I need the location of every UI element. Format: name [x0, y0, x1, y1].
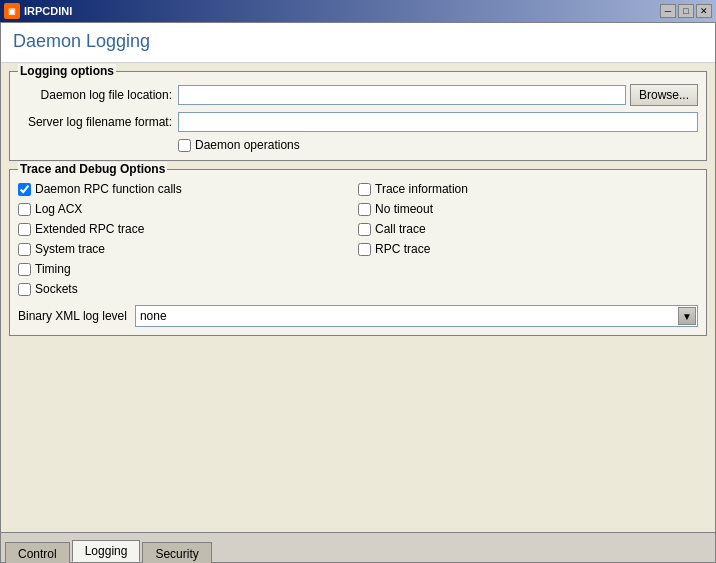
content-area: Logging options Daemon log file location…	[1, 63, 715, 532]
daemon-ops-checkbox[interactable]	[178, 139, 191, 152]
close-button[interactable]: ✕	[696, 4, 712, 18]
extended-rpc-label: Extended RPC trace	[35, 222, 144, 236]
rpc-trace-checkbox[interactable]	[358, 243, 371, 256]
timing-checkbox[interactable]	[18, 263, 31, 276]
tab-bar: Control Logging Security	[1, 532, 715, 562]
title-bar: ▣ IRPCDINI ─ □ ✕	[0, 0, 716, 22]
cb-row-timing: Timing	[18, 262, 358, 276]
daemon-log-input[interactable]	[178, 85, 626, 105]
cb-row-no-timeout: No timeout	[358, 202, 698, 216]
daemon-log-label: Daemon log file location:	[18, 88, 178, 102]
server-log-input[interactable]	[178, 112, 698, 132]
main-window: Daemon Logging Logging options Daemon lo…	[0, 22, 716, 563]
server-log-label: Server log filename format:	[18, 115, 178, 129]
cb-row-sockets: Sockets	[18, 282, 358, 296]
trace-debug-content: Daemon RPC function calls Log ACX Extend…	[18, 182, 698, 327]
daemon-rpc-label: Daemon RPC function calls	[35, 182, 182, 196]
no-timeout-label: No timeout	[375, 202, 433, 216]
trace-debug-title: Trace and Debug Options	[18, 162, 167, 176]
tab-security-label: Security	[155, 547, 198, 561]
title-bar-text: IRPCDINI	[24, 5, 656, 17]
cb-row-extended-rpc: Extended RPC trace	[18, 222, 358, 236]
binary-xml-select-wrapper: none low medium high ▼	[135, 305, 698, 327]
sockets-label: Sockets	[35, 282, 78, 296]
logging-options-group: Logging options Daemon log file location…	[9, 71, 707, 161]
system-trace-label: System trace	[35, 242, 105, 256]
call-trace-label: Call trace	[375, 222, 426, 236]
system-trace-checkbox[interactable]	[18, 243, 31, 256]
cb-row-log-acx: Log ACX	[18, 202, 358, 216]
minimize-button[interactable]: ─	[660, 4, 676, 18]
tab-security[interactable]: Security	[142, 542, 211, 563]
log-acx-label: Log ACX	[35, 202, 82, 216]
call-trace-checkbox[interactable]	[358, 223, 371, 236]
trace-info-label: Trace information	[375, 182, 468, 196]
window-header: Daemon Logging	[1, 23, 715, 63]
title-bar-controls: ─ □ ✕	[660, 4, 712, 18]
cb-row-daemon-rpc: Daemon RPC function calls	[18, 182, 358, 196]
logging-options-title: Logging options	[18, 64, 116, 78]
server-log-row: Server log filename format:	[18, 112, 698, 132]
cb-row-rpc-trace: RPC trace	[358, 242, 698, 256]
trace-debug-group: Trace and Debug Options Daemon RPC funct…	[9, 169, 707, 336]
app-icon: ▣	[4, 3, 20, 19]
tab-control-label: Control	[18, 547, 57, 561]
tab-control[interactable]: Control	[5, 542, 70, 563]
window-title: Daemon Logging	[13, 31, 703, 52]
no-timeout-checkbox[interactable]	[358, 203, 371, 216]
daemon-ops-label: Daemon operations	[195, 138, 300, 152]
extended-rpc-checkbox[interactable]	[18, 223, 31, 236]
rpc-trace-label: RPC trace	[375, 242, 430, 256]
checkboxes-container: Daemon RPC function calls Log ACX Extend…	[18, 182, 698, 299]
daemon-ops-row: Daemon operations	[18, 138, 698, 152]
logging-options-content: Daemon log file location: Browse... Serv…	[18, 84, 698, 152]
timing-label: Timing	[35, 262, 71, 276]
browse-button[interactable]: Browse...	[630, 84, 698, 106]
cb-row-system-trace: System trace	[18, 242, 358, 256]
binary-xml-row: Binary XML log level none low medium hig…	[18, 305, 698, 327]
binary-xml-label: Binary XML log level	[18, 309, 127, 323]
tab-logging[interactable]: Logging	[72, 540, 141, 562]
binary-xml-select[interactable]: none low medium high	[135, 305, 698, 327]
tab-logging-label: Logging	[85, 544, 128, 558]
checkboxes-left: Daemon RPC function calls Log ACX Extend…	[18, 182, 358, 299]
daemon-log-row: Daemon log file location: Browse...	[18, 84, 698, 106]
daemon-rpc-checkbox[interactable]	[18, 183, 31, 196]
sockets-checkbox[interactable]	[18, 283, 31, 296]
log-acx-checkbox[interactable]	[18, 203, 31, 216]
checkboxes-right: Trace information No timeout Call trace	[358, 182, 698, 299]
cb-row-call-trace: Call trace	[358, 222, 698, 236]
cb-row-trace-info: Trace information	[358, 182, 698, 196]
trace-info-checkbox[interactable]	[358, 183, 371, 196]
maximize-button[interactable]: □	[678, 4, 694, 18]
